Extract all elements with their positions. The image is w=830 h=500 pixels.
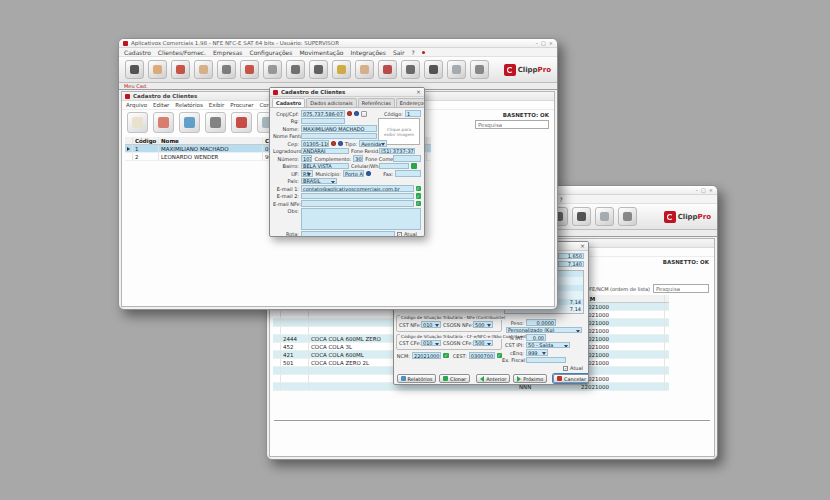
proximo-button[interactable]: Próximo: [513, 374, 547, 383]
email-nfe-send-icon[interactable]: ✓: [416, 201, 422, 207]
celular-field[interactable]: [379, 163, 409, 170]
rota-field[interactable]: [301, 231, 395, 237]
close-button[interactable]: ×: [709, 188, 713, 193]
inner-menu-item[interactable]: Arquivo: [126, 102, 147, 108]
menu-item[interactable]: Sair: [393, 49, 405, 56]
close-button[interactable]: ×: [549, 41, 553, 46]
cancelar-button[interactable]: Cancelar: [553, 374, 589, 383]
shopping-cart-icon[interactable]: [263, 60, 282, 79]
telephone-icon[interactable]: [401, 60, 420, 79]
workspace-tab[interactable]: Meu Cad.: [124, 83, 147, 89]
email1-field[interactable]: contato@aplicativoscomerciais.com.br: [301, 185, 414, 192]
csosn-cfe-select[interactable]: 500: [473, 340, 493, 347]
menu-item[interactable]: ?: [412, 49, 415, 56]
atual-checkbox[interactable]: ✓: [397, 232, 402, 237]
menu-item[interactable]: Configurações: [249, 49, 292, 56]
wrench-icon[interactable]: [595, 207, 614, 226]
print-icon[interactable]: [205, 112, 226, 133]
cst-cfe-select[interactable]: 010: [421, 340, 441, 347]
price-cost-field[interactable]: 1,650: [558, 253, 584, 259]
edit-record-icon[interactable]: [153, 112, 174, 133]
complemento-field[interactable]: 305: [353, 155, 363, 162]
wrench-icon[interactable]: [447, 60, 466, 79]
globe-icon[interactable]: [240, 60, 259, 79]
dialog-close-icon[interactable]: ×: [416, 89, 421, 95]
menu-item[interactable]: Clientes/Fornec.: [158, 49, 206, 56]
cep-search-icon[interactable]: [331, 141, 336, 146]
window-cadastro-clientes[interactable]: Aplicativos Comerciais 1.98 - NFE NFC-E …: [118, 38, 558, 310]
printer-scale-icon[interactable]: [470, 60, 489, 79]
support-agent-icon[interactable]: [148, 60, 167, 79]
peso-field[interactable]: 0,0000: [526, 319, 556, 326]
printer-icon[interactable]: [217, 60, 236, 79]
inner-menu-item[interactable]: Procurar: [230, 102, 253, 108]
bairro-field[interactable]: BELA VISTA: [301, 163, 349, 170]
dialog-titlebar[interactable]: Cadastro de Clientes ×: [270, 88, 424, 97]
maximize-button[interactable]: □: [701, 188, 706, 193]
pais-select[interactable]: BRASIL: [301, 178, 337, 185]
minimize-button[interactable]: –: [696, 188, 699, 193]
clonar-button[interactable]: Clonar: [439, 374, 470, 383]
tab-cadastro[interactable]: Cadastro: [272, 98, 305, 107]
whatsapp-icon[interactable]: [411, 163, 417, 169]
dialog-cadastro-clientes[interactable]: Cadastro de Clientes × Cadastro Dados ad…: [269, 87, 425, 237]
menu-item[interactable]: Integrações: [351, 49, 386, 56]
cst-nfe-select[interactable]: 010: [421, 321, 441, 328]
inner-menu-item[interactable]: Editar: [153, 102, 169, 108]
titlebar[interactable]: Aplicativos Comerciais 1.98 - NFE NFC-E …: [119, 39, 557, 48]
cst-ipi-select[interactable]: 50 - Saída: [526, 342, 570, 349]
tablet-icon[interactable]: [572, 207, 591, 226]
monitor-icon[interactable]: [125, 60, 144, 79]
menu-item[interactable]: Cadastro: [124, 49, 151, 56]
menu-item[interactable]: Movimentação: [299, 49, 343, 56]
cest-field[interactable]: 0300700: [469, 352, 495, 359]
tab-dados-adicionais[interactable]: Dados adicionais: [306, 98, 356, 107]
fax-field[interactable]: [395, 170, 421, 177]
email-nfe-field[interactable]: [301, 200, 414, 207]
minimize-button[interactable]: –: [536, 41, 539, 46]
cep-web-icon[interactable]: [338, 141, 343, 146]
menu-item[interactable]: ?: [560, 196, 563, 203]
scale-icon[interactable]: [286, 60, 305, 79]
inner-menu-item[interactable]: Exibir: [209, 102, 225, 108]
inner-menu-item[interactable]: Relatórios: [175, 102, 202, 108]
cep-field[interactable]: 01305-110: [301, 140, 329, 147]
cash-register-icon[interactable]: [171, 60, 190, 79]
rg-field[interactable]: [301, 118, 345, 125]
peso-tipo-select[interactable]: Personalizado (Kg): [506, 327, 582, 334]
tablet-icon[interactable]: [424, 60, 443, 79]
fantasia-field[interactable]: [301, 133, 377, 140]
iat-field[interactable]: 0,00: [526, 334, 546, 341]
anterior-button[interactable]: Anterior: [476, 374, 510, 383]
numero-field[interactable]: 107: [301, 155, 312, 162]
package-box-icon[interactable]: [194, 60, 213, 79]
price-sale-field[interactable]: 7,140: [558, 261, 584, 267]
municipio-field[interactable]: Porto Alegre: [343, 170, 365, 177]
fone-resid-field[interactable]: (51) 3737-3737: [379, 148, 415, 155]
uf-select[interactable]: RS: [301, 170, 313, 177]
tipo-select[interactable]: Avenida: [359, 140, 387, 147]
tab-referencias[interactable]: Referências: [358, 98, 395, 107]
municipio-search-icon[interactable]: [366, 171, 371, 176]
email1-send-icon[interactable]: ✓: [416, 186, 422, 192]
atual-checkbox[interactable]: ✓: [563, 366, 568, 371]
relatorios-button[interactable]: Relatórios: [397, 374, 436, 383]
codigo-field[interactable]: 1: [405, 110, 421, 117]
cnpj-field[interactable]: 075.737.586-07: [301, 110, 345, 117]
red-book-icon[interactable]: [378, 60, 397, 79]
email2-send-icon[interactable]: ✓: [416, 193, 422, 199]
tab-enderecos-adicionais[interactable]: Endereços adicionais: [396, 98, 425, 107]
cenq-select[interactable]: 999: [526, 349, 548, 356]
email2-field[interactable]: [301, 193, 414, 200]
nome-field[interactable]: MAXIMILIANO MACHADO: [301, 125, 377, 132]
money-box-icon[interactable]: [332, 60, 351, 79]
calc-icon[interactable]: [361, 111, 367, 117]
csosn-nfe-select[interactable]: 500: [473, 321, 493, 328]
receita-icon[interactable]: [354, 111, 359, 116]
printer-scale-icon[interactable]: [618, 207, 637, 226]
folder-icon[interactable]: [355, 60, 374, 79]
new-record-icon[interactable]: [127, 112, 148, 133]
delete-icon[interactable]: [231, 112, 252, 133]
search-icon[interactable]: [179, 112, 200, 133]
search-input[interactable]: [653, 284, 709, 293]
